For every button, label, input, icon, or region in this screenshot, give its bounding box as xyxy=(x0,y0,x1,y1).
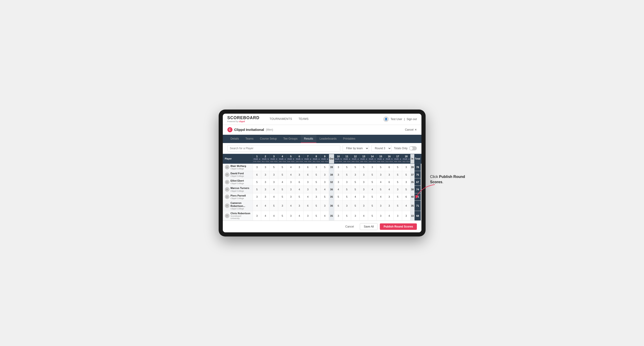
hole-16-score[interactable]: 6 xyxy=(385,178,394,186)
hole-8-score[interactable]: 3 xyxy=(312,164,320,171)
hole-6-score[interactable]: 3 xyxy=(295,171,304,178)
hole-4-score[interactable]: 5 xyxy=(278,164,287,171)
hole-13-score[interactable]: 3 xyxy=(360,193,368,200)
hole-2-score[interactable]: 3 xyxy=(261,193,270,200)
hole-6-score[interactable]: 5 xyxy=(295,193,304,200)
hole-13-score[interactable]: 3 xyxy=(360,171,368,178)
hole-10-score[interactable]: 3 xyxy=(334,211,342,221)
hole-11-score[interactable]: 3 xyxy=(342,178,351,186)
hole-12-score[interactable]: 4 xyxy=(351,193,360,200)
hole-6-score[interactable]: 4 xyxy=(295,186,304,193)
hole-9-score[interactable]: 3 xyxy=(320,200,329,211)
hole-18-score[interactable]: 5 xyxy=(402,186,410,193)
hole-16-score[interactable]: 4 xyxy=(385,211,394,221)
hole-5-score[interactable]: 3 xyxy=(287,211,295,221)
hole-12-score[interactable]: 3 xyxy=(351,211,360,221)
hole-4-score[interactable]: 5 xyxy=(278,211,287,221)
hole-12-score[interactable]: 5 xyxy=(351,178,360,186)
filter-by-team-select[interactable]: Filter by team xyxy=(342,145,369,152)
hole-13-score[interactable]: 3 xyxy=(360,178,368,186)
hole-5-score[interactable]: 4 xyxy=(287,164,295,171)
hole-9-score[interactable]: 5 xyxy=(320,193,329,200)
hole-17-score[interactable]: 5 xyxy=(394,164,402,171)
hole-7-score[interactable]: 3 xyxy=(304,178,312,186)
hole-11-score[interactable]: 5 xyxy=(342,193,351,200)
hole-10-score[interactable]: 3 xyxy=(334,178,342,186)
hole-12-score[interactable]: 5 xyxy=(351,164,360,171)
tab-teams[interactable]: Teams xyxy=(242,135,256,143)
hole-3-score[interactable]: 4 xyxy=(270,186,278,193)
hole-5-score[interactable]: 4 xyxy=(287,200,295,211)
hole-15-score[interactable]: 4 xyxy=(376,193,385,200)
hole-17-score[interactable]: 5 xyxy=(394,193,402,200)
hole-1-score[interactable]: 4 xyxy=(253,200,261,211)
hole-16-score[interactable]: 3 xyxy=(385,193,394,200)
hole-9-score[interactable]: 5 xyxy=(320,164,329,171)
hole-4-score[interactable]: 4 xyxy=(278,178,287,186)
hole-11-score[interactable]: 5 xyxy=(342,211,351,221)
nav-teams[interactable]: TEAMS xyxy=(295,116,312,123)
hole-15-score[interactable]: 4 xyxy=(376,178,385,186)
hole-15-score[interactable]: 3 xyxy=(376,171,385,178)
tab-tee-groups[interactable]: Tee Groups xyxy=(280,135,301,143)
tab-course-setup[interactable]: Course Setup xyxy=(257,135,280,143)
hole-16-score[interactable]: 4 xyxy=(385,186,394,193)
publish-round-scores-button[interactable]: Publish Round Scores xyxy=(380,223,416,230)
hole-17-score[interactable]: 5 xyxy=(394,200,402,211)
hole-17-score[interactable]: 5 xyxy=(394,178,402,186)
hole-9-score[interactable]: 4 xyxy=(320,211,329,221)
hole-5-score[interactable]: 3 xyxy=(287,186,295,193)
tab-results[interactable]: Results xyxy=(301,135,316,143)
hole-6-score[interactable]: 6 xyxy=(295,178,304,186)
nav-tournaments[interactable]: TOURNAMENTS xyxy=(266,116,296,123)
hole-7-score[interactable]: 3 xyxy=(304,211,312,221)
hole-5-score[interactable]: 3 xyxy=(287,178,295,186)
hole-8-score[interactable]: 5 xyxy=(312,186,320,193)
hole-10-score[interactable]: 5 xyxy=(334,193,342,200)
hole-12-score[interactable]: 3 xyxy=(351,171,360,178)
hole-16-score[interactable]: 3 xyxy=(385,171,394,178)
hole-18-score[interactable]: 3 xyxy=(402,164,410,171)
save-all-button[interactable]: Save All xyxy=(360,223,378,230)
hole-2-score[interactable]: 4 xyxy=(261,211,270,221)
hole-8-score[interactable]: 5 xyxy=(312,171,320,178)
hole-4-score[interactable]: 3 xyxy=(278,200,287,211)
hole-14-score[interactable]: 5 xyxy=(368,200,376,211)
hole-18-score[interactable]: 6 xyxy=(402,193,410,200)
hole-10-score[interactable]: 4 xyxy=(334,186,342,193)
tab-details[interactable]: Details xyxy=(228,135,242,143)
hole-13-score[interactable]: 5 xyxy=(360,164,368,171)
hole-4-score[interactable]: 5 xyxy=(278,171,287,178)
hole-14-score[interactable]: 5 xyxy=(368,178,376,186)
hole-2-score[interactable]: 4 xyxy=(261,200,270,211)
hole-6-score[interactable]: 3 xyxy=(295,200,304,211)
hole-1-score[interactable]: 3 xyxy=(253,211,261,221)
hole-11-score[interactable]: 5 xyxy=(342,186,351,193)
hole-10-score[interactable]: 3 xyxy=(334,164,342,171)
cancel-button[interactable]: Cancel xyxy=(342,223,358,230)
hole-11-score[interactable]: 5 xyxy=(342,164,351,171)
hole-18-score[interactable]: 3 xyxy=(402,211,410,221)
hole-13-score[interactable]: 4 xyxy=(360,211,368,221)
sign-out-link[interactable]: Sign out xyxy=(406,118,416,121)
hole-9-score[interactable]: 3 xyxy=(320,178,329,186)
hole-18-score[interactable]: 3 xyxy=(402,178,410,186)
hole-6-score[interactable]: 3 xyxy=(295,164,304,171)
hole-9-score[interactable]: 3 xyxy=(320,171,329,178)
hole-2-score[interactable]: 3 xyxy=(261,164,270,171)
hole-1-score[interactable]: 5 xyxy=(253,186,261,193)
hole-14-score[interactable]: 3 xyxy=(368,164,376,171)
hole-8-score[interactable]: 3 xyxy=(312,193,320,200)
hole-5-score[interactable]: 3 xyxy=(287,193,295,200)
hole-18-score[interactable]: 5 xyxy=(402,171,410,178)
hole-14-score[interactable]: 5 xyxy=(368,193,376,200)
hole-1-score[interactable]: 6 xyxy=(253,171,261,178)
hole-7-score[interactable]: 4 xyxy=(304,193,312,200)
hole-16-score[interactable]: 3 xyxy=(385,200,394,211)
hole-11-score[interactable]: 3 xyxy=(342,200,351,211)
hole-14-score[interactable]: 5 xyxy=(368,211,376,221)
hole-2-score[interactable]: 3 xyxy=(261,171,270,178)
hole-4-score[interactable]: 5 xyxy=(278,193,287,200)
hole-12-score[interactable]: 5 xyxy=(351,186,360,193)
tab-printables[interactable]: Printables xyxy=(340,135,358,143)
